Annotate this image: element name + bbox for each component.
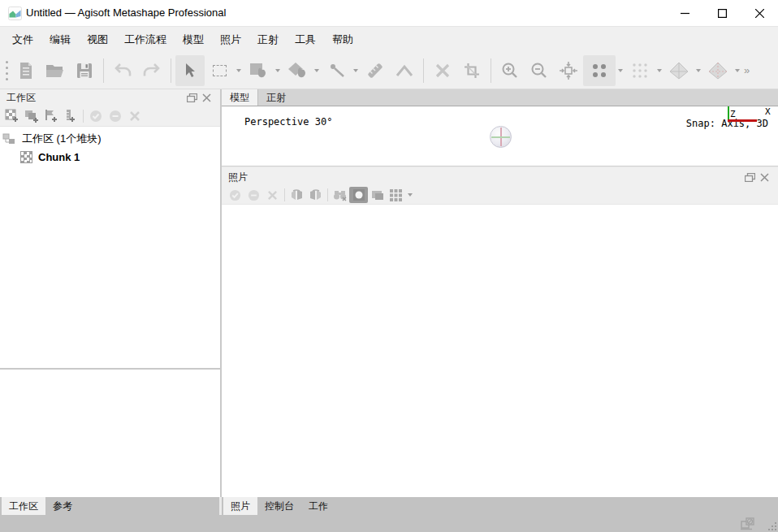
resize-grip[interactable] — [765, 519, 776, 530]
move-object-button[interactable] — [283, 55, 312, 86]
draw-point-dropdown[interactable] — [351, 55, 361, 86]
move-region-button[interactable] — [244, 55, 273, 86]
open-button[interactable] — [41, 55, 70, 86]
dense-cloud-view-button[interactable] — [625, 55, 655, 86]
draw-polyline-button[interactable] — [390, 55, 419, 86]
workspace-hierarchy-icon — [2, 133, 16, 145]
crop-region-button[interactable] — [457, 55, 486, 86]
toolbar-overflow-chevron[interactable]: » — [744, 64, 750, 76]
point-cloud-view-dropdown[interactable] — [616, 55, 625, 86]
photos-list-area[interactable] — [222, 205, 778, 497]
zoom-in-button[interactable] — [495, 55, 525, 86]
photos-close-button[interactable] — [757, 170, 772, 184]
disable-item-button[interactable] — [106, 107, 125, 125]
chevron-down-icon — [735, 69, 740, 72]
marquee-select-dropdown[interactable] — [234, 55, 244, 86]
app-logo-icon — [8, 6, 22, 20]
fit-view-button[interactable] — [554, 55, 583, 86]
thumbnail-view-button[interactable] — [349, 187, 368, 203]
model-viewport[interactable]: Perspective 30° Snap: Axis, 3D Z X — [222, 106, 778, 166]
mesh-textured-view-dropdown[interactable] — [733, 55, 742, 86]
move-object-dropdown[interactable] — [312, 55, 322, 86]
tab-model[interactable]: 模型 — [222, 89, 258, 106]
minimize-button[interactable] — [666, 0, 703, 27]
left-dock-tabs: 工作区 参考 — [0, 497, 219, 515]
add-scalebar-button[interactable] — [61, 107, 80, 125]
mesh-shaded-view-button[interactable] — [664, 55, 694, 86]
zoom-out-button[interactable] — [525, 55, 554, 86]
statusbar — [0, 515, 778, 532]
redo-button[interactable] — [137, 55, 166, 86]
close-button[interactable] — [741, 0, 778, 27]
menu-edit[interactable]: 编辑 — [41, 27, 79, 52]
enable-camera-button[interactable] — [226, 187, 244, 203]
maximize-button[interactable] — [703, 0, 741, 27]
menu-ortho[interactable]: 正射 — [249, 27, 287, 52]
menu-help[interactable]: 帮助 — [324, 27, 361, 52]
enable-check-icon — [89, 110, 102, 123]
main-toolbar: » — [0, 52, 778, 89]
dense-cloud-view-dropdown[interactable] — [655, 55, 664, 86]
navigation-trackball[interactable] — [490, 126, 512, 148]
menu-file[interactable]: 文件 — [4, 27, 41, 52]
tab-workspace[interactable]: 工作区 — [2, 497, 45, 515]
add-marker-flag-icon — [43, 109, 59, 123]
menu-view[interactable]: 视图 — [79, 27, 116, 52]
menu-model[interactable]: 模型 — [175, 27, 212, 52]
grid-view-button[interactable] — [387, 187, 405, 203]
save-button[interactable] — [70, 55, 99, 86]
rotate-right-button[interactable] — [306, 187, 325, 203]
photos-float-button[interactable] — [742, 170, 757, 184]
details-view-button[interactable] — [368, 187, 387, 203]
menu-workflow[interactable]: 工作流程 — [116, 27, 175, 52]
remove-camera-button[interactable] — [263, 187, 282, 203]
fit-view-icon — [559, 61, 578, 80]
add-photos-button[interactable] — [22, 107, 41, 125]
float-panel-icon — [745, 173, 755, 182]
rotate-left-button[interactable] — [287, 187, 306, 203]
tab-ortho[interactable]: 正射 — [258, 89, 294, 106]
tab-reference[interactable]: 参考 — [45, 497, 80, 515]
toolbar-drag-handle[interactable] — [2, 57, 11, 84]
tree-item-workspace[interactable]: 工作区 (1个堆块) — [0, 130, 220, 148]
ruler-button[interactable] — [361, 55, 390, 86]
tab-console[interactable]: 控制台 — [257, 497, 301, 515]
delete-button[interactable] — [428, 55, 457, 86]
details-view-icon — [371, 189, 384, 201]
mesh-shaded-view-dropdown[interactable] — [694, 55, 703, 86]
float-panel-icon — [187, 93, 197, 102]
axis-z-label: Z — [730, 109, 736, 119]
perspective-label: Perspective 30° — [244, 116, 332, 128]
filter-photos-button[interactable] — [331, 187, 349, 203]
tab-photos[interactable]: 照片 — [223, 497, 257, 515]
move-region-dropdown[interactable] — [273, 55, 283, 86]
marquee-select-button[interactable] — [205, 55, 234, 86]
draw-point-button[interactable] — [322, 55, 351, 86]
tree-item-label: Chunk 1 — [38, 151, 80, 163]
metashape-window: Untitled — Agisoft Metashape Professiona… — [0, 0, 778, 532]
workspace-float-button[interactable] — [184, 91, 199, 106]
rotate-right-icon — [309, 189, 322, 201]
grid-view-dropdown[interactable] — [405, 179, 415, 210]
enable-item-button[interactable] — [86, 107, 106, 125]
tab-jobs[interactable]: 工作 — [301, 497, 335, 515]
undo-button[interactable] — [108, 55, 137, 86]
chevron-down-icon — [408, 193, 413, 197]
select-arrow-button[interactable] — [175, 55, 205, 86]
disable-camera-button[interactable] — [244, 187, 263, 203]
add-marker-button[interactable] — [41, 107, 61, 125]
mesh-textured-view-button[interactable] — [703, 55, 733, 86]
new-document-button[interactable] — [11, 55, 41, 86]
maximize-icon — [718, 9, 727, 18]
tree-item-chunk[interactable]: Chunk 1 — [0, 148, 220, 166]
menu-photo[interactable]: 照片 — [212, 27, 249, 52]
menu-tools[interactable]: 工具 — [287, 27, 324, 52]
workspace-panel-header: 工作区 — [0, 89, 220, 106]
add-chunk-button[interactable] — [2, 107, 22, 125]
point-cloud-view-button[interactable] — [583, 55, 616, 86]
workspace-close-button[interactable] — [199, 91, 214, 106]
disable-minus-icon — [248, 189, 260, 201]
remove-item-button[interactable] — [125, 107, 145, 125]
close-icon — [755, 9, 764, 18]
workspace-panel: 工作区 — [0, 89, 220, 497]
